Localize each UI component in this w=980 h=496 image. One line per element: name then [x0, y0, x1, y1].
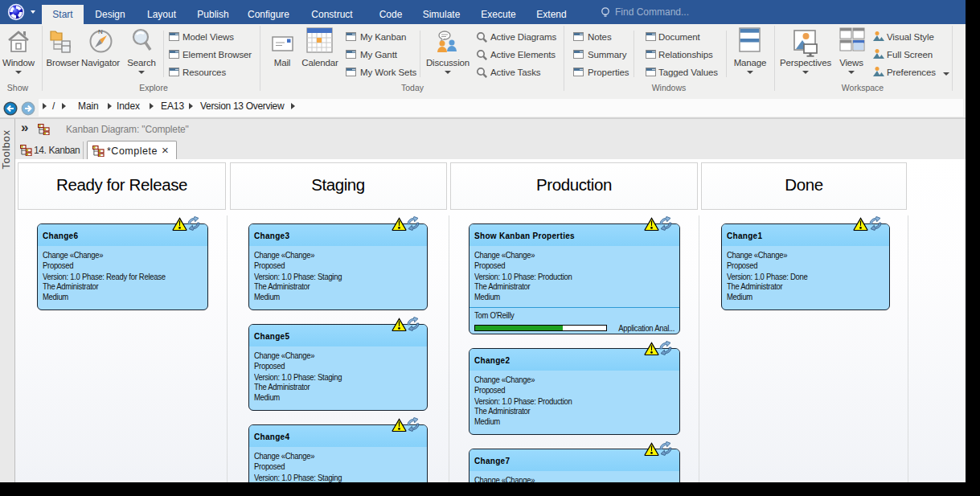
svg-text:N: N [98, 28, 103, 35]
